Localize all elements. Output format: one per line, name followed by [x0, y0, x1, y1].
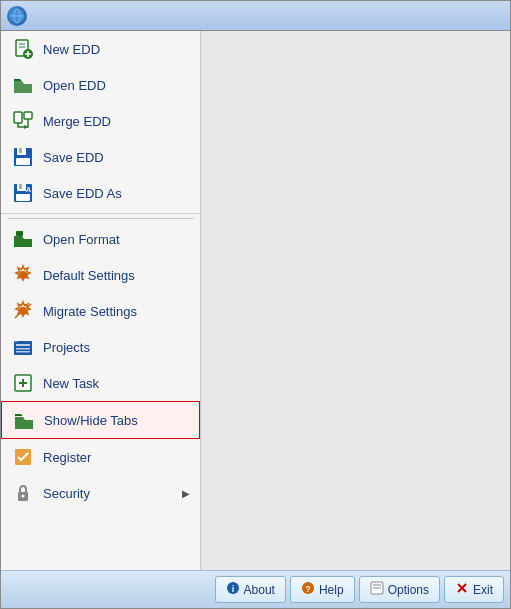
- save-edd-icon: [11, 145, 35, 169]
- security-label: Security: [43, 486, 182, 501]
- register-icon: [11, 445, 35, 469]
- open-format-label: Open Format: [43, 232, 190, 247]
- new-edd-label: New EDD: [43, 42, 190, 57]
- migrate-settings-icon: [11, 299, 35, 323]
- menu-item-save-edd[interactable]: Save EDD: [1, 139, 200, 175]
- svg-rect-15: [16, 158, 30, 165]
- new-edd-icon: [11, 37, 35, 61]
- help-button[interactable]: ?Help: [290, 576, 355, 603]
- title-bar: [1, 1, 510, 31]
- options-button[interactable]: Options: [359, 576, 440, 603]
- divider: [7, 218, 194, 219]
- svg-text:A: A: [26, 186, 31, 193]
- svg-point-34: [22, 495, 25, 498]
- menu-item-register[interactable]: Register: [1, 439, 200, 475]
- menu-item-projects[interactable]: 8Projects: [1, 329, 200, 365]
- about-button[interactable]: iAbout: [215, 576, 286, 603]
- bottom-bar: iAbout?HelpOptionsExit: [1, 570, 510, 608]
- help-btn-label: Help: [319, 583, 344, 597]
- menu-item-new-edd[interactable]: New EDD: [1, 31, 200, 67]
- svg-rect-18: [19, 184, 22, 189]
- options-btn-label: Options: [388, 583, 429, 597]
- menu-item-migrate-settings[interactable]: Migrate Settings: [1, 293, 200, 329]
- main-panel: [201, 31, 510, 570]
- main-window: New EDDOpen EDDMerge EDDSave EDDASave ED…: [0, 0, 511, 609]
- menu-panel: New EDDOpen EDDMerge EDDSave EDDASave ED…: [1, 31, 201, 570]
- projects-icon: 8: [11, 335, 35, 359]
- svg-text:i: i: [231, 584, 234, 594]
- security-arrow-icon: ▶: [182, 488, 190, 499]
- svg-rect-26: [16, 348, 30, 350]
- save-edd-label: Save EDD: [43, 150, 190, 165]
- open-format-icon: [11, 227, 35, 251]
- svg-rect-9: [14, 112, 22, 123]
- app-icon: [7, 6, 27, 26]
- menu-item-open-edd[interactable]: Open EDD: [1, 67, 200, 103]
- default-settings-icon: [11, 263, 35, 287]
- register-label: Register: [43, 450, 190, 465]
- svg-rect-19: [16, 194, 30, 201]
- exit-btn-icon: [455, 581, 469, 598]
- svg-rect-21: [16, 231, 23, 236]
- show-hide-tabs-label: Show/Hide Tabs: [44, 413, 189, 428]
- about-btn-label: About: [244, 583, 275, 597]
- svg-text:8: 8: [15, 337, 18, 343]
- merge-edd-label: Merge EDD: [43, 114, 190, 129]
- help-btn-icon: ?: [301, 581, 315, 598]
- svg-rect-25: [16, 344, 30, 346]
- about-btn-icon: i: [226, 581, 240, 598]
- menu-item-merge-edd[interactable]: Merge EDD: [1, 103, 200, 139]
- exit-button[interactable]: Exit: [444, 576, 504, 603]
- save-edd-as-icon: A: [11, 181, 35, 205]
- save-edd-as-label: Save EDD As: [43, 186, 190, 201]
- menu-item-save-edd-as[interactable]: ASave EDD As: [1, 175, 200, 214]
- svg-rect-27: [16, 351, 30, 353]
- menu-item-new-task[interactable]: New Task: [1, 365, 200, 401]
- new-task-label: New Task: [43, 376, 190, 391]
- menu-item-default-settings[interactable]: Default Settings: [1, 257, 200, 293]
- svg-text:?: ?: [305, 584, 311, 594]
- svg-rect-14: [19, 148, 22, 153]
- projects-label: Projects: [43, 340, 190, 355]
- open-edd-label: Open EDD: [43, 78, 190, 93]
- exit-btn-label: Exit: [473, 583, 493, 597]
- security-icon: [11, 481, 35, 505]
- menu-item-show-hide-tabs[interactable]: Show/Hide Tabs: [1, 401, 200, 439]
- default-settings-label: Default Settings: [43, 268, 190, 283]
- migrate-settings-label: Migrate Settings: [43, 304, 190, 319]
- new-task-icon: [11, 371, 35, 395]
- content-area: New EDDOpen EDDMerge EDDSave EDDASave ED…: [1, 31, 510, 570]
- menu-item-open-format[interactable]: Open Format: [1, 221, 200, 257]
- show-hide-tabs-icon: [12, 408, 36, 432]
- options-btn-icon: [370, 581, 384, 598]
- menu-item-security[interactable]: Security▶: [1, 475, 200, 511]
- svg-rect-10: [24, 112, 32, 119]
- open-edd-icon: [11, 73, 35, 97]
- merge-edd-icon: [11, 109, 35, 133]
